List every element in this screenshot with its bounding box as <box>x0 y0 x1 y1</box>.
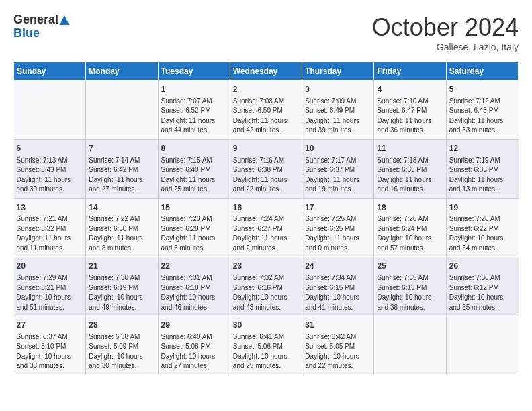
day-number: 30 <box>233 320 299 331</box>
day-info: Sunrise: 7:14 AM Sunset: 6:42 PM Dayligh… <box>89 156 154 195</box>
calendar-day-cell <box>86 81 158 140</box>
day-number: 12 <box>449 143 516 154</box>
weekday-header-cell: Saturday <box>446 62 518 81</box>
logo: General Blue <box>13 13 69 40</box>
calendar-day-cell: 5Sunrise: 7:12 AM Sunset: 6:45 PM Daylig… <box>446 81 518 140</box>
calendar-week-row: 13Sunrise: 7:21 AM Sunset: 6:32 PM Dayli… <box>14 198 519 257</box>
calendar-day-cell: 6Sunrise: 7:13 AM Sunset: 6:43 PM Daylig… <box>14 139 86 198</box>
calendar-day-cell: 17Sunrise: 7:25 AM Sunset: 6:25 PM Dayli… <box>302 198 374 257</box>
calendar-week-row: 1Sunrise: 7:07 AM Sunset: 6:52 PM Daylig… <box>14 81 519 140</box>
calendar-day-cell: 4Sunrise: 7:10 AM Sunset: 6:47 PM Daylig… <box>374 81 446 140</box>
page-header: General Blue October 2024 Gallese, Lazio… <box>13 13 519 52</box>
calendar-day-cell: 8Sunrise: 7:15 AM Sunset: 6:40 PM Daylig… <box>158 139 230 198</box>
day-number: 9 <box>233 143 299 154</box>
day-info: Sunrise: 7:19 AM Sunset: 6:33 PM Dayligh… <box>449 156 516 195</box>
day-number: 20 <box>17 261 83 272</box>
svg-marker-0 <box>60 15 69 25</box>
day-number: 15 <box>161 202 227 214</box>
day-info: Sunrise: 7:16 AM Sunset: 6:38 PM Dayligh… <box>233 156 299 195</box>
day-info: Sunrise: 7:36 AM Sunset: 6:12 PM Dayligh… <box>449 273 516 312</box>
day-info: Sunrise: 6:42 AM Sunset: 5:05 PM Dayligh… <box>305 332 371 371</box>
calendar-week-row: 6Sunrise: 7:13 AM Sunset: 6:43 PM Daylig… <box>14 139 519 198</box>
day-number: 2 <box>233 84 299 95</box>
calendar-day-cell: 2Sunrise: 7:08 AM Sunset: 6:50 PM Daylig… <box>230 81 302 140</box>
calendar-day-cell: 20Sunrise: 7:29 AM Sunset: 6:21 PM Dayli… <box>14 257 86 316</box>
day-number: 23 <box>233 261 299 272</box>
calendar-day-cell: 13Sunrise: 7:21 AM Sunset: 6:32 PM Dayli… <box>14 198 86 257</box>
calendar-day-cell: 18Sunrise: 7:26 AM Sunset: 6:24 PM Dayli… <box>374 198 446 257</box>
day-number: 21 <box>89 261 154 272</box>
day-number: 10 <box>305 143 371 154</box>
calendar-day-cell: 23Sunrise: 7:32 AM Sunset: 6:16 PM Dayli… <box>230 257 302 316</box>
day-info: Sunrise: 7:18 AM Sunset: 6:35 PM Dayligh… <box>377 156 443 195</box>
calendar-day-cell: 1Sunrise: 7:07 AM Sunset: 6:52 PM Daylig… <box>158 81 230 140</box>
calendar-day-cell: 30Sunrise: 6:41 AM Sunset: 5:06 PM Dayli… <box>230 316 302 375</box>
day-number: 17 <box>305 202 371 214</box>
calendar-day-cell: 3Sunrise: 7:09 AM Sunset: 6:49 PM Daylig… <box>302 81 374 140</box>
calendar-week-row: 27Sunrise: 6:37 AM Sunset: 5:10 PM Dayli… <box>14 316 519 375</box>
calendar-day-cell: 22Sunrise: 7:31 AM Sunset: 6:18 PM Dayli… <box>158 257 230 316</box>
day-number: 13 <box>17 202 83 214</box>
day-number: 26 <box>449 261 516 272</box>
calendar-day-cell: 28Sunrise: 6:38 AM Sunset: 5:09 PM Dayli… <box>86 316 158 375</box>
day-number: 8 <box>161 143 227 154</box>
location-subtitle: Gallese, Lazio, Italy <box>372 42 519 52</box>
month-title: October 2024 <box>372 13 519 42</box>
calendar-day-cell: 24Sunrise: 7:34 AM Sunset: 6:15 PM Dayli… <box>302 257 374 316</box>
day-info: Sunrise: 7:35 AM Sunset: 6:13 PM Dayligh… <box>377 273 443 312</box>
calendar-day-cell: 21Sunrise: 7:30 AM Sunset: 6:19 PM Dayli… <box>86 257 158 316</box>
calendar-day-cell <box>446 316 518 375</box>
day-info: Sunrise: 7:08 AM Sunset: 6:50 PM Dayligh… <box>233 97 299 136</box>
weekday-header-cell: Thursday <box>302 62 374 81</box>
calendar-table: SundayMondayTuesdayWednesdayThursdayFrid… <box>13 62 519 375</box>
calendar-week-row: 20Sunrise: 7:29 AM Sunset: 6:21 PM Dayli… <box>14 257 519 316</box>
calendar-day-cell: 10Sunrise: 7:17 AM Sunset: 6:37 PM Dayli… <box>302 139 374 198</box>
weekday-header-cell: Friday <box>374 62 446 81</box>
day-info: Sunrise: 6:40 AM Sunset: 5:08 PM Dayligh… <box>161 332 227 371</box>
calendar-day-cell: 25Sunrise: 7:35 AM Sunset: 6:13 PM Dayli… <box>374 257 446 316</box>
day-number: 7 <box>89 143 154 154</box>
day-number: 25 <box>377 261 443 272</box>
logo-triangle-icon <box>60 15 69 25</box>
day-info: Sunrise: 7:13 AM Sunset: 6:43 PM Dayligh… <box>17 156 83 195</box>
logo-general: General <box>13 13 58 27</box>
day-number: 6 <box>17 143 83 154</box>
calendar-day-cell: 26Sunrise: 7:36 AM Sunset: 6:12 PM Dayli… <box>446 257 518 316</box>
calendar-day-cell: 14Sunrise: 7:22 AM Sunset: 6:30 PM Dayli… <box>86 198 158 257</box>
calendar-day-cell: 31Sunrise: 6:42 AM Sunset: 5:05 PM Dayli… <box>302 316 374 375</box>
weekday-header-cell: Monday <box>86 62 158 81</box>
calendar-day-cell: 15Sunrise: 7:23 AM Sunset: 6:28 PM Dayli… <box>158 198 230 257</box>
calendar-day-cell: 7Sunrise: 7:14 AM Sunset: 6:42 PM Daylig… <box>86 139 158 198</box>
day-number: 29 <box>161 320 227 331</box>
day-number: 11 <box>377 143 443 154</box>
calendar-day-cell: 27Sunrise: 6:37 AM Sunset: 5:10 PM Dayli… <box>14 316 86 375</box>
calendar-day-cell: 16Sunrise: 7:24 AM Sunset: 6:27 PM Dayli… <box>230 198 302 257</box>
day-number: 22 <box>161 261 227 272</box>
calendar-day-cell: 9Sunrise: 7:16 AM Sunset: 6:38 PM Daylig… <box>230 139 302 198</box>
day-number: 31 <box>305 320 371 331</box>
calendar-day-cell: 11Sunrise: 7:18 AM Sunset: 6:35 PM Dayli… <box>374 139 446 198</box>
day-info: Sunrise: 6:37 AM Sunset: 5:10 PM Dayligh… <box>17 332 83 371</box>
day-number: 4 <box>377 84 443 95</box>
day-info: Sunrise: 7:29 AM Sunset: 6:21 PM Dayligh… <box>17 273 83 312</box>
day-info: Sunrise: 7:25 AM Sunset: 6:25 PM Dayligh… <box>305 214 371 253</box>
calendar-day-cell: 19Sunrise: 7:28 AM Sunset: 6:22 PM Dayli… <box>446 198 518 257</box>
day-number: 19 <box>449 202 516 214</box>
calendar-body: 1Sunrise: 7:07 AM Sunset: 6:52 PM Daylig… <box>14 81 519 375</box>
day-number: 3 <box>305 84 371 95</box>
day-info: Sunrise: 7:24 AM Sunset: 6:27 PM Dayligh… <box>233 214 299 253</box>
day-info: Sunrise: 7:17 AM Sunset: 6:37 PM Dayligh… <box>305 156 371 195</box>
day-info: Sunrise: 7:34 AM Sunset: 6:15 PM Dayligh… <box>305 273 371 312</box>
calendar-day-cell: 12Sunrise: 7:19 AM Sunset: 6:33 PM Dayli… <box>446 139 518 198</box>
day-info: Sunrise: 7:28 AM Sunset: 6:22 PM Dayligh… <box>449 214 516 253</box>
day-info: Sunrise: 7:15 AM Sunset: 6:40 PM Dayligh… <box>161 156 227 195</box>
logo-blue: Blue <box>13 27 40 40</box>
day-number: 18 <box>377 202 443 214</box>
day-info: Sunrise: 7:21 AM Sunset: 6:32 PM Dayligh… <box>17 214 83 253</box>
day-info: Sunrise: 6:41 AM Sunset: 5:06 PM Dayligh… <box>233 332 299 371</box>
day-info: Sunrise: 6:38 AM Sunset: 5:09 PM Dayligh… <box>89 332 154 371</box>
day-info: Sunrise: 7:12 AM Sunset: 6:45 PM Dayligh… <box>449 97 516 136</box>
day-number: 5 <box>449 84 516 95</box>
day-info: Sunrise: 7:32 AM Sunset: 6:16 PM Dayligh… <box>233 273 299 312</box>
day-info: Sunrise: 7:26 AM Sunset: 6:24 PM Dayligh… <box>377 214 443 253</box>
